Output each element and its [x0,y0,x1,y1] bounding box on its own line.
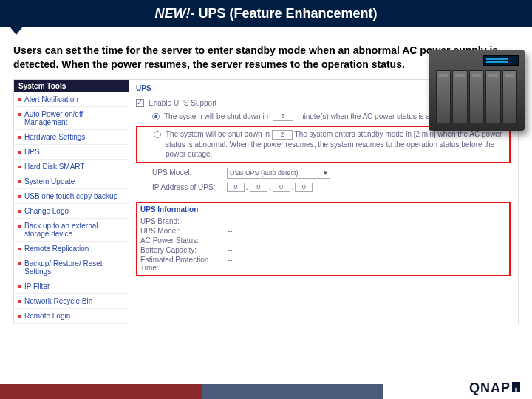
standby-minutes-input[interactable]: 2 [272,130,293,140]
highlight-ups-info: UPS Information UPS Brand:-- UPS Model:-… [136,202,511,276]
ups-model-select[interactable]: USB UPS (auto detect) [227,168,330,179]
drive-bay [469,70,484,123]
ups-info-title: UPS Information [140,205,506,214]
sidebar-menu: Alert Notification Auto Power on/off Man… [14,92,129,324]
footer-bar [0,384,532,399]
house-icon [512,382,520,392]
ups-ip-label: IP Address of UPS: [152,183,222,193]
ip-octet-4[interactable]: 0 [295,183,313,192]
sidebar-item-recyclebin[interactable]: Network Recycle Bin [14,294,129,309]
sidebar-item-ups[interactable]: UPS [14,145,129,160]
slide-header: NEW!- UPS (Feature Enhancement) [0,0,532,27]
enable-ups-label: Enable UPS Support [149,98,216,109]
drive-bay [502,70,517,123]
screenshot-stage: System Tools Alert Notification Auto Pow… [13,79,519,324]
shutdown-text-a: The system will be shut down in [164,112,268,122]
sidebar-item-replication[interactable]: Remote Replication [14,242,129,256]
drive-bay [485,70,500,123]
nas-drive-bays [436,70,517,123]
qnap-logo: QNAP [469,381,520,396]
sidebar-item-usb-backup[interactable]: USB one touch copy backup [14,189,129,204]
enable-ups-checkbox[interactable] [136,99,144,107]
sidebar-item-ipfilter[interactable]: IP Filter [14,279,129,294]
info-row-acstatus: AC Power Status: [140,236,506,245]
standby-text: The system will be shut down in 2 The sy… [166,129,506,160]
sidebar-item-autopower[interactable]: Auto Power on/off Management [14,107,129,130]
sidebar-item-remotelogin[interactable]: Remote Login [14,309,129,324]
drive-bay [452,70,467,123]
sidebar-item-backup-restore[interactable]: Backup/ Restore/ Reset Settings [14,256,129,279]
nas-device-image [429,50,525,131]
ups-model-row: UPS Model: USB UPS (auto detect) [136,168,511,179]
info-row-model: UPS Model:-- [140,226,506,236]
nas-display [483,55,519,66]
shutdown-radio[interactable] [152,113,160,120]
ip-octet-1[interactable]: 0 [227,183,245,192]
info-row-brand: UPS Brand:-- [140,216,506,226]
header-prefix: NEW!- [154,6,194,21]
ups-model-label: UPS Model: [152,168,222,178]
sidebar-item-ext-backup[interactable]: Back up to an external storage device [14,219,129,242]
sidebar-item-hardware[interactable]: Hardware Settings [14,130,129,145]
standby-radio[interactable] [154,131,161,138]
highlight-standby-option: The system will be shut down in 2 The sy… [136,126,511,163]
ip-octet-2[interactable]: 0 [250,183,267,192]
shutdown-minutes-input[interactable]: 5 [273,112,293,121]
info-row-protectiontime: Estimated Protection Time:-- [140,255,506,273]
sidebar-item-logo[interactable]: Change Logo [14,204,129,219]
divider [136,197,511,197]
drive-bay [436,70,451,123]
sidebar: System Tools Alert Notification Auto Pow… [14,80,129,324]
sidebar-heading: System Tools [14,80,129,92]
ip-octet-3[interactable]: 0 [273,183,290,192]
sidebar-item-update[interactable]: System Update [14,174,129,189]
ups-ip-row: IP Address of UPS: 0. 0. 0. 0 [136,183,511,193]
sidebar-item-alert[interactable]: Alert Notification [14,92,129,107]
ups-ip-input: 0. 0. 0. 0 [227,183,313,193]
header-rest: UPS (Feature Enhancement) [194,6,377,21]
sidebar-item-smart[interactable]: Hard Disk SMART [14,160,129,174]
info-row-battery: Battery Capacity:-- [140,245,506,255]
standby-option-row: The system will be shut down in 2 The sy… [140,129,506,160]
